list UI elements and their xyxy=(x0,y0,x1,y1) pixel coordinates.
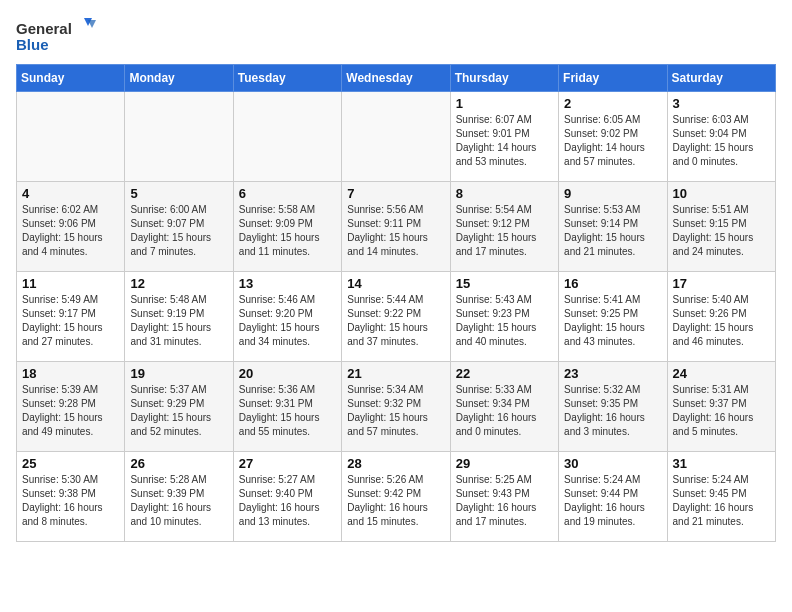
calendar-cell xyxy=(342,92,450,182)
calendar-cell: 24Sunrise: 5:31 AM Sunset: 9:37 PM Dayli… xyxy=(667,362,775,452)
weekday-saturday: Saturday xyxy=(667,65,775,92)
day-info: Sunrise: 5:28 AM Sunset: 9:39 PM Dayligh… xyxy=(130,473,227,529)
calendar-cell: 28Sunrise: 5:26 AM Sunset: 9:42 PM Dayli… xyxy=(342,452,450,542)
day-info: Sunrise: 5:25 AM Sunset: 9:43 PM Dayligh… xyxy=(456,473,553,529)
day-info: Sunrise: 5:53 AM Sunset: 9:14 PM Dayligh… xyxy=(564,203,661,259)
svg-text:General: General xyxy=(16,20,72,37)
calendar-cell: 20Sunrise: 5:36 AM Sunset: 9:31 PM Dayli… xyxy=(233,362,341,452)
day-info: Sunrise: 5:39 AM Sunset: 9:28 PM Dayligh… xyxy=(22,383,119,439)
day-number: 8 xyxy=(456,186,553,201)
day-info: Sunrise: 6:05 AM Sunset: 9:02 PM Dayligh… xyxy=(564,113,661,169)
day-number: 4 xyxy=(22,186,119,201)
weekday-tuesday: Tuesday xyxy=(233,65,341,92)
calendar-cell: 5Sunrise: 6:00 AM Sunset: 9:07 PM Daylig… xyxy=(125,182,233,272)
day-number: 20 xyxy=(239,366,336,381)
day-info: Sunrise: 6:02 AM Sunset: 9:06 PM Dayligh… xyxy=(22,203,119,259)
day-info: Sunrise: 5:46 AM Sunset: 9:20 PM Dayligh… xyxy=(239,293,336,349)
day-number: 14 xyxy=(347,276,444,291)
day-info: Sunrise: 5:26 AM Sunset: 9:42 PM Dayligh… xyxy=(347,473,444,529)
calendar-cell: 31Sunrise: 5:24 AM Sunset: 9:45 PM Dayli… xyxy=(667,452,775,542)
calendar-cell: 25Sunrise: 5:30 AM Sunset: 9:38 PM Dayli… xyxy=(17,452,125,542)
calendar-cell: 19Sunrise: 5:37 AM Sunset: 9:29 PM Dayli… xyxy=(125,362,233,452)
calendar-cell: 12Sunrise: 5:48 AM Sunset: 9:19 PM Dayli… xyxy=(125,272,233,362)
day-info: Sunrise: 5:41 AM Sunset: 9:25 PM Dayligh… xyxy=(564,293,661,349)
calendar-cell: 10Sunrise: 5:51 AM Sunset: 9:15 PM Dayli… xyxy=(667,182,775,272)
day-number: 5 xyxy=(130,186,227,201)
day-info: Sunrise: 5:36 AM Sunset: 9:31 PM Dayligh… xyxy=(239,383,336,439)
calendar-cell: 11Sunrise: 5:49 AM Sunset: 9:17 PM Dayli… xyxy=(17,272,125,362)
calendar-cell: 4Sunrise: 6:02 AM Sunset: 9:06 PM Daylig… xyxy=(17,182,125,272)
day-number: 18 xyxy=(22,366,119,381)
day-number: 16 xyxy=(564,276,661,291)
weekday-monday: Monday xyxy=(125,65,233,92)
calendar-table: SundayMondayTuesdayWednesdayThursdayFrid… xyxy=(16,64,776,542)
week-row-4: 18Sunrise: 5:39 AM Sunset: 9:28 PM Dayli… xyxy=(17,362,776,452)
weekday-friday: Friday xyxy=(559,65,667,92)
day-info: Sunrise: 6:07 AM Sunset: 9:01 PM Dayligh… xyxy=(456,113,553,169)
calendar-cell: 21Sunrise: 5:34 AM Sunset: 9:32 PM Dayli… xyxy=(342,362,450,452)
day-number: 11 xyxy=(22,276,119,291)
calendar-cell: 15Sunrise: 5:43 AM Sunset: 9:23 PM Dayli… xyxy=(450,272,558,362)
calendar-cell: 18Sunrise: 5:39 AM Sunset: 9:28 PM Dayli… xyxy=(17,362,125,452)
day-number: 29 xyxy=(456,456,553,471)
week-row-3: 11Sunrise: 5:49 AM Sunset: 9:17 PM Dayli… xyxy=(17,272,776,362)
calendar-cell: 17Sunrise: 5:40 AM Sunset: 9:26 PM Dayli… xyxy=(667,272,775,362)
calendar-cell xyxy=(125,92,233,182)
day-number: 27 xyxy=(239,456,336,471)
week-row-2: 4Sunrise: 6:02 AM Sunset: 9:06 PM Daylig… xyxy=(17,182,776,272)
calendar-cell: 6Sunrise: 5:58 AM Sunset: 9:09 PM Daylig… xyxy=(233,182,341,272)
calendar-cell: 14Sunrise: 5:44 AM Sunset: 9:22 PM Dayli… xyxy=(342,272,450,362)
calendar-cell: 29Sunrise: 5:25 AM Sunset: 9:43 PM Dayli… xyxy=(450,452,558,542)
logo: General Blue xyxy=(16,16,96,56)
calendar-cell: 26Sunrise: 5:28 AM Sunset: 9:39 PM Dayli… xyxy=(125,452,233,542)
day-info: Sunrise: 5:48 AM Sunset: 9:19 PM Dayligh… xyxy=(130,293,227,349)
day-number: 24 xyxy=(673,366,770,381)
day-info: Sunrise: 5:56 AM Sunset: 9:11 PM Dayligh… xyxy=(347,203,444,259)
day-number: 6 xyxy=(239,186,336,201)
day-info: Sunrise: 5:27 AM Sunset: 9:40 PM Dayligh… xyxy=(239,473,336,529)
calendar-cell: 30Sunrise: 5:24 AM Sunset: 9:44 PM Dayli… xyxy=(559,452,667,542)
day-info: Sunrise: 6:03 AM Sunset: 9:04 PM Dayligh… xyxy=(673,113,770,169)
weekday-row: SundayMondayTuesdayWednesdayThursdayFrid… xyxy=(17,65,776,92)
day-info: Sunrise: 5:37 AM Sunset: 9:29 PM Dayligh… xyxy=(130,383,227,439)
day-number: 21 xyxy=(347,366,444,381)
day-number: 28 xyxy=(347,456,444,471)
calendar-cell: 23Sunrise: 5:32 AM Sunset: 9:35 PM Dayli… xyxy=(559,362,667,452)
day-number: 31 xyxy=(673,456,770,471)
calendar-cell: 16Sunrise: 5:41 AM Sunset: 9:25 PM Dayli… xyxy=(559,272,667,362)
day-info: Sunrise: 5:40 AM Sunset: 9:26 PM Dayligh… xyxy=(673,293,770,349)
day-number: 30 xyxy=(564,456,661,471)
day-info: Sunrise: 5:33 AM Sunset: 9:34 PM Dayligh… xyxy=(456,383,553,439)
day-number: 12 xyxy=(130,276,227,291)
day-info: Sunrise: 6:00 AM Sunset: 9:07 PM Dayligh… xyxy=(130,203,227,259)
day-number: 17 xyxy=(673,276,770,291)
day-number: 10 xyxy=(673,186,770,201)
day-info: Sunrise: 5:30 AM Sunset: 9:38 PM Dayligh… xyxy=(22,473,119,529)
calendar-cell: 2Sunrise: 6:05 AM Sunset: 9:02 PM Daylig… xyxy=(559,92,667,182)
calendar-body: 1Sunrise: 6:07 AM Sunset: 9:01 PM Daylig… xyxy=(17,92,776,542)
calendar-cell: 27Sunrise: 5:27 AM Sunset: 9:40 PM Dayli… xyxy=(233,452,341,542)
calendar-cell: 9Sunrise: 5:53 AM Sunset: 9:14 PM Daylig… xyxy=(559,182,667,272)
week-row-5: 25Sunrise: 5:30 AM Sunset: 9:38 PM Dayli… xyxy=(17,452,776,542)
day-info: Sunrise: 5:44 AM Sunset: 9:22 PM Dayligh… xyxy=(347,293,444,349)
day-number: 23 xyxy=(564,366,661,381)
day-number: 9 xyxy=(564,186,661,201)
calendar-cell: 1Sunrise: 6:07 AM Sunset: 9:01 PM Daylig… xyxy=(450,92,558,182)
day-info: Sunrise: 5:43 AM Sunset: 9:23 PM Dayligh… xyxy=(456,293,553,349)
day-info: Sunrise: 5:34 AM Sunset: 9:32 PM Dayligh… xyxy=(347,383,444,439)
calendar-cell: 7Sunrise: 5:56 AM Sunset: 9:11 PM Daylig… xyxy=(342,182,450,272)
day-number: 22 xyxy=(456,366,553,381)
calendar-cell xyxy=(233,92,341,182)
calendar-header: SundayMondayTuesdayWednesdayThursdayFrid… xyxy=(17,65,776,92)
day-info: Sunrise: 5:58 AM Sunset: 9:09 PM Dayligh… xyxy=(239,203,336,259)
day-info: Sunrise: 5:24 AM Sunset: 9:44 PM Dayligh… xyxy=(564,473,661,529)
svg-text:Blue: Blue xyxy=(16,36,49,53)
day-info: Sunrise: 5:24 AM Sunset: 9:45 PM Dayligh… xyxy=(673,473,770,529)
day-info: Sunrise: 5:54 AM Sunset: 9:12 PM Dayligh… xyxy=(456,203,553,259)
day-number: 3 xyxy=(673,96,770,111)
day-number: 2 xyxy=(564,96,661,111)
day-number: 25 xyxy=(22,456,119,471)
weekday-thursday: Thursday xyxy=(450,65,558,92)
calendar-cell: 8Sunrise: 5:54 AM Sunset: 9:12 PM Daylig… xyxy=(450,182,558,272)
day-number: 15 xyxy=(456,276,553,291)
